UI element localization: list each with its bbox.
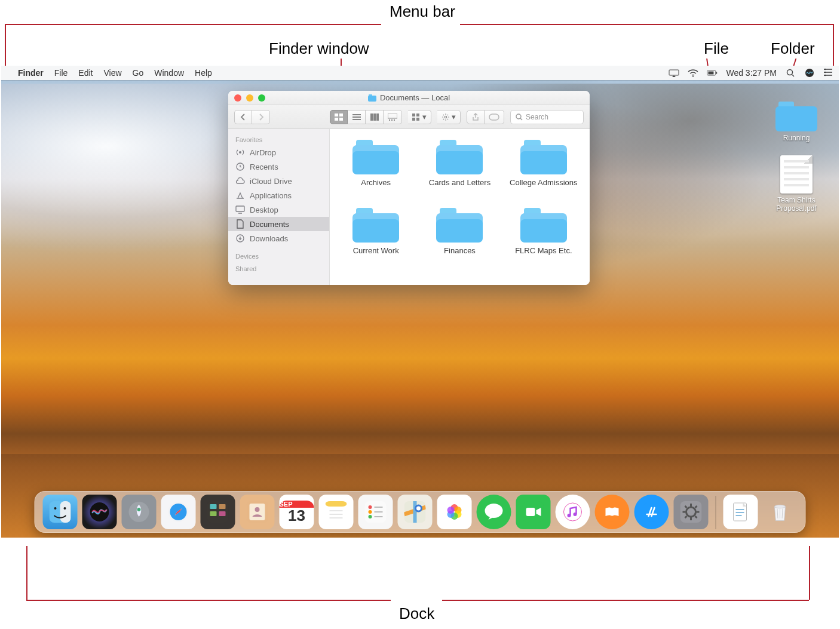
- dock-messages[interactable]: [477, 495, 511, 529]
- folder-cards-letters[interactable]: Cards and Letters: [419, 140, 499, 197]
- svg-point-28: [54, 507, 57, 510]
- folder-finances[interactable]: Finances: [419, 208, 499, 265]
- menu-window[interactable]: Window: [154, 68, 184, 78]
- spotlight-icon[interactable]: [785, 69, 796, 77]
- menubar[interactable]: Finder File Edit View Go Window Help Wed…: [1, 66, 839, 80]
- desktop[interactable]: Running Team Shirts Proposal.pdf Documen…: [1, 66, 839, 538]
- gallery-icon: [388, 113, 397, 121]
- folder-current-work[interactable]: Current Work: [336, 208, 416, 265]
- dock[interactable]: SEP 13: [35, 491, 806, 533]
- dock-trash[interactable]: [763, 495, 798, 529]
- share-tag-group: [467, 110, 504, 124]
- dock-siri[interactable]: [82, 495, 117, 529]
- menu-file[interactable]: File: [54, 68, 68, 78]
- menu-go[interactable]: Go: [133, 68, 144, 78]
- dock-notes[interactable]: [319, 495, 354, 529]
- notification-center-icon[interactable]: [823, 68, 833, 78]
- dock-calendar[interactable]: SEP 13: [280, 495, 314, 529]
- chevron-left-icon: [240, 113, 246, 121]
- menu-help[interactable]: Help: [195, 68, 212, 78]
- close-button[interactable]: [234, 94, 241, 102]
- search-field[interactable]: Search: [510, 110, 584, 124]
- back-button[interactable]: [234, 110, 252, 124]
- menu-edit[interactable]: Edit: [78, 68, 93, 78]
- view-buttons: [330, 110, 402, 124]
- annotation-file-label: File: [704, 39, 729, 58]
- dock-reminders[interactable]: [358, 495, 393, 529]
- sidebar-item-icloud[interactable]: iCloud Drive: [228, 174, 329, 188]
- finder-window[interactable]: Documents — Local: [228, 91, 590, 285]
- desktop-folder-running[interactable]: Running: [770, 102, 823, 142]
- dock-safari[interactable]: [161, 495, 196, 529]
- file-icon: [780, 155, 813, 194]
- battery-icon[interactable]: [707, 69, 718, 77]
- dock-finder[interactable]: [43, 495, 78, 529]
- wifi-icon[interactable]: [688, 69, 698, 77]
- svg-point-18: [444, 116, 447, 118]
- sidebar-item-recents[interactable]: Recents: [228, 159, 329, 174]
- dock-mission-control[interactable]: [201, 495, 235, 529]
- appstore-icon: [641, 501, 663, 523]
- search-placeholder: Search: [526, 113, 548, 121]
- folder-icon: [520, 140, 567, 174]
- menu-view[interactable]: View: [103, 68, 121, 78]
- svg-point-103: [824, 72, 826, 73]
- forward-button[interactable]: [252, 110, 270, 124]
- dock-facetime[interactable]: [516, 495, 551, 529]
- zoom-button[interactable]: [258, 94, 265, 102]
- arrange-button[interactable]: ▾: [408, 110, 431, 124]
- dock-launchpad[interactable]: [122, 495, 157, 529]
- dock-itunes[interactable]: [556, 495, 590, 529]
- svg-rect-5: [352, 116, 361, 118]
- list-view-button[interactable]: [348, 110, 366, 124]
- dock-maps[interactable]: [398, 495, 433, 529]
- dock-contacts[interactable]: [240, 495, 275, 529]
- svg-rect-94: [709, 72, 714, 75]
- sidebar-item-airdrop[interactable]: AirDrop: [228, 145, 329, 159]
- video-icon: [523, 501, 544, 523]
- icon-view-button[interactable]: [330, 110, 348, 124]
- desktop-file-label: Team Shirts Proposal.pdf: [770, 196, 823, 213]
- share-button[interactable]: [467, 110, 485, 124]
- dock-appstore[interactable]: [634, 495, 669, 529]
- finder-titlebar[interactable]: Documents — Local: [228, 91, 590, 105]
- finder-content[interactable]: Archives Cards and Letters College Admis…: [330, 129, 590, 285]
- annotation-line: [26, 546, 27, 600]
- airdrop-icon: [235, 148, 245, 157]
- dock-documents-stack[interactable]: [723, 495, 758, 529]
- gallery-view-button[interactable]: [384, 110, 402, 124]
- tags-button[interactable]: [485, 110, 504, 124]
- svg-point-67: [563, 502, 583, 522]
- sidebar-item-documents[interactable]: Documents: [228, 217, 329, 231]
- minimize-button[interactable]: [246, 94, 253, 102]
- sidebar-item-downloads[interactable]: Downloads: [228, 231, 329, 246]
- document-icon: [730, 501, 752, 523]
- folder-icon: [368, 94, 376, 102]
- arrange-group: ▾: [408, 110, 431, 124]
- svg-rect-12: [391, 119, 393, 121]
- folder-college-admissions[interactable]: College Admissions: [504, 140, 584, 197]
- airplay-icon[interactable]: [669, 69, 679, 77]
- svg-line-97: [792, 75, 794, 76]
- dock-system-preferences[interactable]: [674, 495, 709, 529]
- annotation-dock-label: Dock: [399, 605, 434, 623]
- action-button[interactable]: ▾: [437, 110, 461, 124]
- sidebar-item-applications[interactable]: Applications: [228, 188, 329, 202]
- desktop-file-team-shirts[interactable]: Team Shirts Proposal.pdf: [770, 155, 823, 213]
- svg-rect-3: [339, 118, 343, 121]
- folder-icon: [436, 208, 483, 243]
- column-view-button[interactable]: [366, 110, 384, 124]
- folder-flrc-maps[interactable]: FLRC Maps Etc.: [504, 208, 584, 265]
- app-menu[interactable]: Finder: [18, 68, 44, 78]
- dock-ibooks[interactable]: [595, 495, 630, 529]
- nav-buttons: [234, 110, 270, 124]
- dock-photos[interactable]: [437, 495, 472, 529]
- sidebar-item-desktop[interactable]: Desktop: [228, 202, 329, 217]
- folder-icon: [352, 140, 399, 174]
- folder-archives[interactable]: Archives: [336, 140, 416, 197]
- status-time[interactable]: Wed 3:27 PM: [726, 68, 777, 78]
- siri-status-icon[interactable]: [804, 69, 815, 77]
- svg-rect-24: [236, 206, 244, 211]
- annotation-finder-label: Finder window: [269, 39, 369, 58]
- svg-rect-7: [370, 113, 373, 121]
